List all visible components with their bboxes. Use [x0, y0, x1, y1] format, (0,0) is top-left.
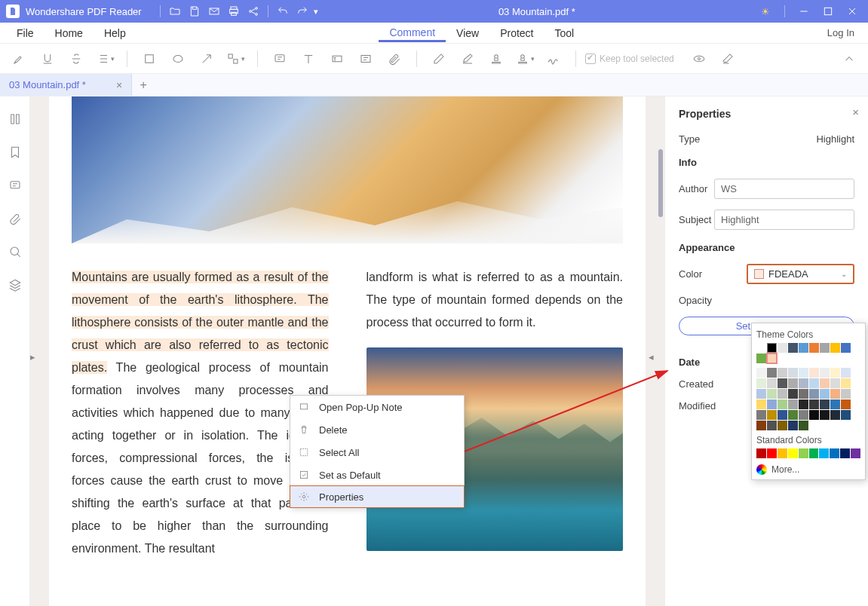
color-swatch[interactable]	[830, 368, 840, 378]
color-swatch[interactable]	[767, 399, 777, 409]
color-swatch[interactable]	[788, 378, 798, 388]
highlight-icon[interactable]	[6, 48, 32, 69]
maximize-icon[interactable]	[818, 2, 838, 21]
stamp-icon[interactable]	[483, 48, 509, 69]
save-icon[interactable]	[185, 2, 204, 21]
color-swatch[interactable]	[820, 410, 830, 420]
color-swatch[interactable]	[830, 410, 840, 420]
more-colors-button[interactable]: More...	[756, 463, 860, 475]
color-swatch[interactable]	[799, 378, 808, 388]
color-swatch[interactable]	[809, 399, 819, 409]
menu-home[interactable]: Home	[44, 24, 94, 42]
color-swatch[interactable]	[841, 343, 851, 353]
color-swatch[interactable]	[788, 448, 798, 458]
color-swatch[interactable]	[778, 448, 787, 458]
collapse-toolbar-icon[interactable]	[836, 48, 862, 69]
color-swatch[interactable]	[841, 389, 851, 399]
color-swatch[interactable]	[756, 343, 766, 353]
color-swatch[interactable]	[767, 389, 777, 399]
color-swatch[interactable]	[819, 448, 829, 458]
color-swatch[interactable]	[778, 343, 787, 353]
strikethrough-icon[interactable]	[63, 48, 89, 69]
expand-left-icon[interactable]: ▸	[30, 351, 35, 363]
color-swatch[interactable]	[756, 399, 766, 409]
color-swatch[interactable]	[778, 421, 787, 430]
close-window-icon[interactable]	[842, 2, 862, 21]
redo-icon[interactable]	[293, 2, 312, 21]
color-swatch[interactable]	[809, 368, 819, 378]
color-swatch[interactable]	[820, 378, 830, 388]
menu-tool[interactable]: Tool	[544, 24, 585, 42]
document-tab[interactable]: 03 Mountain.pdf * ×	[0, 74, 132, 96]
menu-comment[interactable]: Comment	[379, 23, 446, 42]
thumbnails-icon[interactable]	[8, 112, 23, 127]
login-link[interactable]: Log In	[827, 27, 862, 38]
attachments-icon[interactable]	[8, 211, 23, 226]
ctx-properties[interactable]: Properties	[290, 485, 465, 508]
color-swatch[interactable]	[767, 378, 777, 388]
arrow-shape-icon[interactable]	[194, 48, 219, 69]
color-swatch[interactable]	[820, 389, 830, 399]
layers-icon[interactable]	[8, 277, 23, 292]
hide-comments-icon[interactable]	[686, 48, 712, 69]
color-swatch[interactable]	[788, 368, 798, 378]
color-swatch[interactable]	[788, 343, 798, 353]
signature-icon[interactable]	[541, 48, 566, 69]
undo-icon[interactable]	[273, 2, 293, 21]
color-swatch[interactable]	[799, 389, 808, 399]
menu-view[interactable]: View	[446, 24, 489, 42]
text-icon[interactable]	[296, 48, 321, 69]
color-swatch[interactable]	[756, 410, 766, 420]
color-swatch[interactable]	[778, 378, 787, 388]
ctx-select-all[interactable]: Select All	[290, 441, 464, 464]
mail-icon[interactable]	[204, 2, 224, 21]
color-swatch[interactable]	[799, 410, 808, 420]
author-input[interactable]	[714, 179, 854, 199]
list-icon[interactable]: ▾	[92, 48, 118, 69]
color-swatch[interactable]	[809, 343, 819, 353]
color-dropdown[interactable]: FDEADA ⌄	[747, 264, 854, 284]
menu-protect[interactable]: Protect	[489, 24, 544, 42]
color-swatch[interactable]	[778, 389, 787, 399]
expand-right-icon[interactable]: ◂	[649, 351, 654, 363]
color-swatch[interactable]	[830, 448, 839, 458]
color-swatch[interactable]	[767, 410, 777, 420]
color-swatch[interactable]	[820, 399, 830, 409]
color-swatch[interactable]	[756, 389, 766, 399]
highlighted-text[interactable]: Mountains are usually formed as a result…	[72, 271, 329, 374]
menu-help[interactable]: Help	[94, 24, 136, 42]
more-shapes-icon[interactable]: ▾	[222, 48, 248, 69]
eraser2-icon[interactable]	[455, 48, 480, 69]
tab-close-icon[interactable]: ×	[116, 79, 122, 91]
color-swatch[interactable]	[756, 448, 766, 458]
color-swatch[interactable]	[799, 368, 808, 378]
color-swatch[interactable]	[820, 343, 830, 353]
panel-close-icon[interactable]: ×	[852, 106, 859, 118]
color-swatch[interactable]	[799, 399, 808, 409]
color-swatch[interactable]	[830, 399, 840, 409]
ctx-set-default[interactable]: Set as Default	[290, 464, 464, 486]
subject-input[interactable]	[714, 210, 854, 230]
color-swatch[interactable]	[841, 410, 851, 420]
color-swatch[interactable]	[767, 421, 777, 430]
eraser-icon[interactable]	[426, 48, 452, 69]
color-swatch[interactable]	[767, 368, 777, 378]
folder-icon[interactable]	[165, 2, 185, 21]
keep-tool-checkbox[interactable]: Keep tool selected	[585, 54, 674, 64]
color-swatch[interactable]	[809, 448, 819, 458]
textbox-icon[interactable]	[324, 48, 350, 69]
color-swatch[interactable]	[767, 448, 777, 458]
color-swatch[interactable]	[809, 410, 819, 420]
search-icon[interactable]	[8, 244, 23, 259]
attachment-icon[interactable]	[382, 48, 407, 69]
color-swatch[interactable]	[809, 389, 819, 399]
color-swatch[interactable]	[799, 448, 808, 458]
share-icon[interactable]	[244, 2, 263, 21]
color-swatch[interactable]	[778, 368, 787, 378]
comments-icon[interactable]	[8, 178, 23, 193]
minimize-icon[interactable]	[794, 2, 814, 21]
color-swatch-selected[interactable]	[767, 354, 777, 363]
color-swatch[interactable]	[788, 389, 798, 399]
area-highlight-icon[interactable]	[353, 48, 379, 69]
color-swatch[interactable]	[788, 399, 798, 409]
